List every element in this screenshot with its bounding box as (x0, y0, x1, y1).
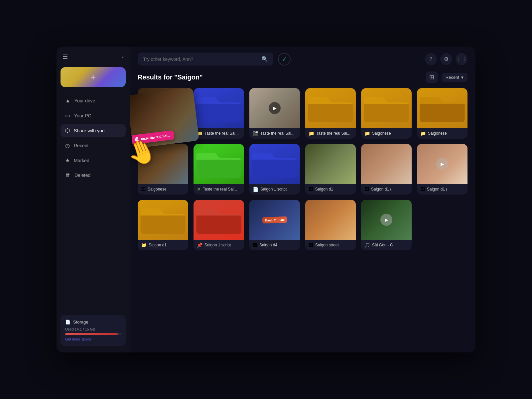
storage-icon: 📄 (65, 320, 70, 325)
file-card-5[interactable]: 📁 Saigonese (361, 88, 412, 139)
file-name-3: Taste the real Sai... (260, 131, 295, 136)
file-thumbnail-12: ▶ (417, 144, 467, 184)
hamburger-icon[interactable]: ☰ (63, 53, 68, 61)
file-name-4: Taste the real Sai... (316, 131, 350, 136)
file-card-6[interactable]: 📁 Saigonese (417, 88, 467, 139)
folder-svg-4 (305, 88, 356, 128)
file-thumbnail-7 (138, 144, 188, 184)
file-card-12[interactable]: ▶ 🖼 Saigon d1 ( (417, 144, 467, 195)
sidebar: ☰ ‹ + ▲ Your drive ▭ Your PC ⬡ Share wit… (57, 47, 130, 352)
folder-svg-9 (249, 144, 300, 184)
sidebar-item-your-drive[interactable]: ▲ Your drive (61, 94, 126, 107)
file-info-11: 🖼 Saigon d1 ( (361, 184, 412, 195)
sidebar-item-your-pc[interactable]: ▭ Your PC (61, 109, 126, 122)
search-bar[interactable]: 🔍 (138, 53, 273, 66)
file-card-7[interactable]: 🖼 Saigonese (138, 144, 188, 195)
play-button-17[interactable]: ▶ (380, 214, 392, 226)
plus-icon: + (90, 72, 96, 82)
grid-dots-icon: ⋮⋮ (456, 56, 467, 62)
file-card-16[interactable]: 🖼 Saigon street (305, 200, 356, 250)
file-info-15: 🖼 Saigon d4 (249, 240, 300, 250)
sidebar-item-label: Recent (74, 143, 88, 148)
file-info-10: 🖼 Saigon d1 (305, 184, 356, 195)
storage-used-label: Used 14.1 / 15 GB (65, 327, 121, 331)
file-thumbnail-14 (194, 200, 244, 240)
file-card-4[interactable]: 📁 Taste the real Sai... (305, 88, 356, 139)
help-button[interactable]: ? (425, 53, 437, 65)
file-card-14[interactable]: 📌 Saigon 1 script (194, 200, 244, 250)
more-button[interactable]: ⋮⋮ (456, 53, 467, 65)
sidebar-item-deleted[interactable]: 🗑 Deleted (61, 169, 126, 182)
play-button-12[interactable]: ▶ (436, 158, 448, 170)
file-card-1[interactable]: TRAN-HANGTAILLEUR TAILORS 🖼 Saigonese (138, 88, 188, 139)
sidebar-item-label: Share with you (74, 128, 105, 133)
sidebar-top: ☰ ‹ (61, 53, 126, 61)
folder-svg-5 (361, 88, 412, 128)
results-header: Results for "Saigon" ⊞ Recent ▾ (130, 71, 475, 88)
file-info-6: 📁 Saigonese (417, 128, 467, 139)
file-thumbnail-10 (305, 144, 356, 184)
file-info-5: 📁 Saigonese (361, 128, 412, 139)
file-card-15[interactable]: Bánh Mì Pate 🖼 Saigon d4 (249, 200, 300, 250)
file-type-icon-10: 🖼 (309, 187, 313, 192)
file-name-2: Taste the real Sai... (204, 131, 239, 136)
search-icon: 🔍 (261, 56, 268, 62)
file-name-5: Saigonese (372, 131, 391, 136)
app-container: ☰ ‹ + ▲ Your drive ▭ Your PC ⬡ Share wit… (57, 47, 475, 352)
file-info-7: 🖼 Saigonese (138, 184, 188, 195)
search-input[interactable] (143, 57, 258, 62)
file-thumbnail-1: TRAN-HANGTAILLEUR TAILORS (138, 88, 188, 128)
collapse-icon[interactable]: ‹ (122, 54, 124, 60)
sidebar-item-share-with-you[interactable]: ⬡ Share with you (61, 124, 126, 137)
sidebar-item-marked[interactable]: ★ Marked (61, 154, 126, 167)
sidebar-item-label: Your PC (74, 113, 91, 118)
file-name-9: Saigon 1 script (260, 187, 287, 192)
file-info-8: ✕ Taste the real Sai... (194, 184, 244, 195)
folder-svg-8 (194, 144, 244, 184)
file-type-icon-11: 🖼 (364, 187, 369, 192)
folder-svg-13 (138, 200, 188, 240)
drive-icon: ▲ (65, 98, 70, 104)
settings-button[interactable]: ⚙ (440, 53, 452, 65)
storage-bar-fill (65, 333, 118, 335)
file-name-8: Taste the real Sai... (203, 187, 237, 192)
trash-icon: 🗑 (65, 172, 70, 178)
file-card-10[interactable]: 🖼 Saigon d1 (305, 144, 356, 195)
file-type-icon-8: ✕ (197, 187, 201, 192)
file-card-11[interactable]: 🖼 Saigon d1 ( (361, 144, 412, 195)
file-info-16: 🖼 Saigon street (305, 240, 356, 250)
file-type-icon-7: 🖼 (141, 187, 146, 192)
file-type-icon-2: 📁 (197, 131, 202, 136)
file-type-icon-12: 🖼 (420, 187, 425, 192)
file-name-14: Saigon 1 script (204, 243, 231, 247)
file-type-icon-3: 🎬 (253, 131, 258, 136)
get-more-space-link[interactable]: Get more space (65, 337, 121, 341)
share-icon: ⬡ (65, 127, 70, 134)
file-thumbnail-17: ▶ (361, 200, 412, 240)
sidebar-item-label: Marked (74, 158, 89, 163)
view-toggle-button[interactable]: ⊞ (426, 71, 438, 83)
results-title: Results for "Saigon" (138, 73, 203, 81)
file-info-2: 📁 Taste the real Sai... (194, 128, 244, 139)
star-icon: ★ (65, 157, 70, 164)
file-thumbnail-6 (417, 88, 467, 128)
file-card-9[interactable]: 📄 Saigon 1 script (249, 144, 300, 195)
file-type-icon-6: 📁 (420, 131, 426, 136)
file-card-8[interactable]: ✕ Taste the real Sai... (194, 144, 244, 195)
file-info-12: 🖼 Saigon d1 ( (417, 184, 467, 195)
file-card-2[interactable]: 📁 Taste the real Sai... (194, 88, 244, 139)
file-type-icon-5: 📁 (364, 131, 370, 136)
sort-dropdown[interactable]: Recent ▾ (442, 73, 467, 82)
file-thumbnail-16 (305, 200, 356, 240)
file-card-13[interactable]: 📁 Saigon d1 (138, 200, 188, 250)
file-info-14: 📌 Saigon 1 script (194, 240, 244, 250)
file-name-10: Saigon d1 (315, 187, 333, 192)
sort-label: Recent (446, 75, 459, 80)
file-type-icon-9: 📄 (253, 187, 258, 192)
file-card-3[interactable]: ▶ 🎬 Taste the real Sai... (249, 88, 300, 139)
new-button[interactable]: + (61, 67, 126, 87)
file-card-17[interactable]: ▶ 🎵 Sài Gòn - C (361, 200, 412, 250)
notification-badge[interactable]: ✓ (278, 53, 291, 66)
play-button-3[interactable]: ▶ (269, 102, 281, 114)
sidebar-item-recent[interactable]: ◷ Recent (61, 139, 126, 152)
